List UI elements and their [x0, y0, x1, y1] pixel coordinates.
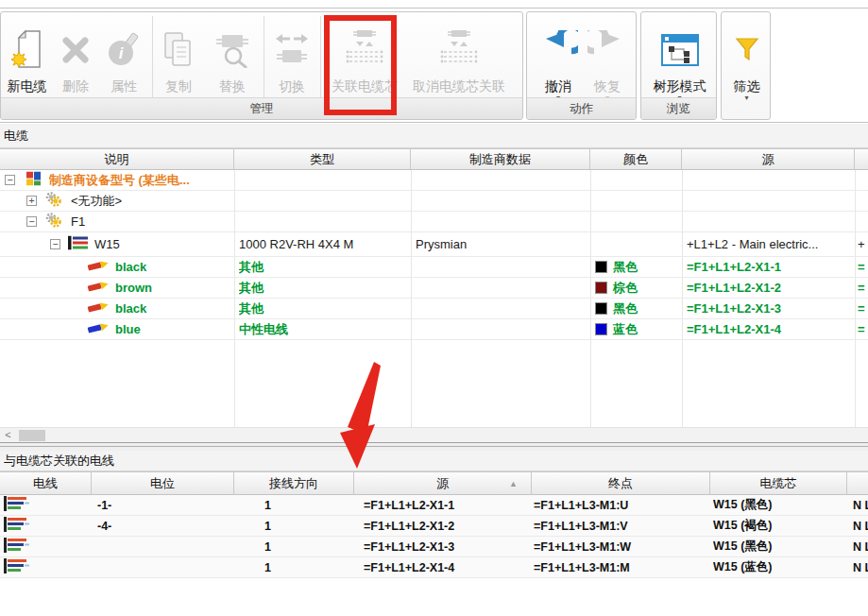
cable-tree-row[interactable]: black其他黑色=F1+L1+L2-X1-3=: [0, 299, 868, 319]
wire-row[interactable]: -1-1=F1+L1+L2-X1-1=F1+L1+L3-M1:UW15 (黑色)…: [0, 495, 868, 516]
cell-manufacturer: [416, 170, 587, 190]
cell-color: 黑色: [595, 257, 680, 277]
cell-source: =F1+L1+L2-X1-3: [364, 537, 529, 556]
wires-panel-title: 与电缆芯关联的电线: [0, 451, 868, 471]
properties-button: i 属性: [101, 14, 146, 109]
cell-source: [687, 170, 853, 190]
cell-type: [239, 191, 407, 211]
expand-icon[interactable]: +: [26, 196, 37, 206]
cable-tree-row[interactable]: −W151000 R2V-RH 4X4 MPrysmian+L1+L2 - Ma…: [0, 232, 868, 257]
button-label: 撤消: [536, 77, 581, 95]
horizontal-scrollbar[interactable]: <: [0, 427, 868, 442]
scrollbar-thumb[interactable]: [19, 430, 45, 441]
ribbon-group-manage: 新电缆 删除 i 属性: [0, 11, 523, 120]
cable-row-label: black: [115, 257, 234, 277]
cell-type: 其他: [239, 278, 407, 298]
undo-button[interactable]: 撤消 ▾: [536, 14, 581, 109]
cables-table-body: −制造商设备型号 (某些电...+<无功能>−F1−W151000 R2V-RH…: [0, 170, 868, 427]
column-header-wire[interactable]: 电线: [0, 472, 92, 494]
cell-manufacturer: [416, 278, 587, 298]
cell-source: =F1+L1+L2-X1-4: [364, 557, 529, 577]
cable-tree-row[interactable]: brown其他棕色=F1+L1+L2-X1-2=: [0, 278, 868, 299]
cell-type: [239, 212, 407, 231]
cable-tree-row[interactable]: +<无功能>: [0, 191, 868, 212]
column-header-source[interactable]: 源: [682, 149, 855, 169]
column-header-color[interactable]: 颜色: [590, 149, 682, 169]
cell-clipped: N L: [853, 557, 868, 577]
filter-button[interactable]: 筛选 ▾: [723, 14, 770, 109]
cable-row-label: 制造商设备型号 (某些电...: [49, 170, 234, 190]
column-header-description[interactable]: 说明: [0, 149, 234, 169]
copy-pages-icon: [156, 26, 201, 75]
color-swatch: [595, 261, 607, 273]
cell-direction: 1: [264, 495, 349, 515]
application-window: 新电缆 删除 i 属性: [0, 0, 868, 616]
collapse-icon[interactable]: −: [50, 239, 60, 249]
color-swatch: [595, 282, 607, 294]
cell-core: W15 (褐色): [713, 516, 845, 536]
wire-lines-icon: [4, 538, 30, 556]
cell-source-clipped: =: [858, 278, 868, 298]
cell-target: =F1+L1+L3-M1:M: [534, 557, 704, 577]
cell-core: W15 (黑色): [713, 537, 845, 556]
cell-direction: 1: [264, 537, 349, 556]
cable-tree-row[interactable]: black其他黑色=F1+L1+L2-X1-1=: [0, 257, 868, 278]
cell-manufacturer: [416, 319, 587, 339]
device-model-cube-icon: [26, 171, 41, 189]
column-header-type[interactable]: 类型: [234, 149, 411, 169]
cell-source-clipped: [858, 170, 868, 190]
new-cable-button[interactable]: 新电缆: [1, 14, 53, 109]
sort-ascending-icon: ▲: [509, 479, 518, 488]
cable-row-label: <无功能>: [71, 191, 234, 211]
swap-arrows-icon: [269, 26, 315, 75]
delete-x-icon: [53, 26, 98, 75]
cell-clipped: N L: [853, 537, 868, 556]
core-marker-red-icon: [87, 279, 111, 298]
button-label: 切换: [269, 77, 315, 95]
redo-icon: [585, 26, 630, 75]
chevron-down-icon[interactable]: ▾: [723, 94, 770, 102]
scroll-left-button[interactable]: <: [0, 428, 16, 443]
cable-tree-row[interactable]: blue中性电线蓝色=F1+L1+L2-X1-4=: [0, 319, 868, 340]
cell-source-clipped: [858, 212, 868, 231]
filter-funnel-icon: [723, 26, 770, 75]
column-header-manufacturer[interactable]: 制造商数据: [411, 149, 590, 169]
wire-row[interactable]: 1=F1+L1+L2-X1-4=F1+L1+L3-M1:MW15 (蓝色)N L: [0, 557, 868, 578]
separator: [264, 16, 264, 99]
collapse-icon[interactable]: −: [26, 216, 37, 227]
wire-row[interactable]: -4-1=F1+L1+L2-X1-2=F1+L1+L3-M1:VW15 (褐色)…: [0, 516, 868, 537]
cell-type: 其他: [239, 299, 407, 318]
collapse-icon[interactable]: −: [5, 175, 15, 185]
cell-source: =F1+L1+L2-X1-2: [687, 278, 853, 298]
cell-manufacturer: [416, 299, 587, 318]
cable-tree-row[interactable]: −F1: [0, 212, 868, 232]
cell-type: 其他: [239, 257, 407, 277]
ribbon-group-filter: 筛选 ▾: [721, 11, 771, 120]
core-marker-red-icon: [87, 258, 111, 277]
button-label: 恢复: [585, 77, 630, 95]
column-header-label: 源: [436, 475, 449, 492]
cell-type: 中性电线: [239, 319, 407, 339]
tree-mode-button[interactable]: 树形模式 ▾: [644, 14, 715, 109]
redo-button: 恢复 ▾: [585, 14, 630, 109]
cable-icon: [68, 235, 88, 253]
column-header-source-sorted[interactable]: 源 ▲: [354, 472, 532, 494]
panel-splitter[interactable]: [0, 442, 868, 451]
cell-target: =F1+L1+L3-M1:U: [534, 495, 704, 515]
delete-button: 删除: [53, 14, 98, 109]
cell-target: =F1+L1+L3-M1:V: [534, 516, 704, 536]
column-header-direction[interactable]: 接线方向: [234, 472, 354, 494]
wires-table-body: -1-1=F1+L1+L2-X1-1=F1+L1+L3-M1:UW15 (黑色)…: [0, 495, 868, 580]
cell-type: 1000 R2V-RH 4X4 M: [239, 232, 407, 256]
column-header-core[interactable]: 电缆芯: [710, 472, 847, 494]
info-pencil-icon: i: [101, 26, 146, 75]
wire-row[interactable]: 1=F1+L1+L2-X1-3=F1+L1+L3-M1:WW15 (黑色)N L: [0, 537, 868, 557]
column-header-target[interactable]: 终点: [532, 472, 710, 494]
cell-type: [239, 170, 407, 190]
cell-color: 黑色: [595, 299, 680, 318]
unassociate-cores-icon: [405, 26, 513, 75]
cable-tree-row[interactable]: −制造商设备型号 (某些电...: [0, 170, 868, 191]
cell-core: W15 (蓝色): [713, 557, 845, 577]
window-top-border: [0, 8, 868, 9]
column-header-potential[interactable]: 电位: [92, 472, 234, 494]
